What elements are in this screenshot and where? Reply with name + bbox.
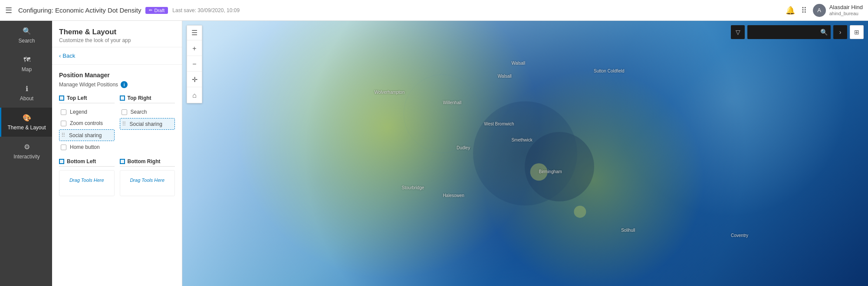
map-menu-button[interactable]: ☰ [187, 26, 202, 40]
sidebar-item-label-about: About [20, 95, 33, 102]
sidebar-item-label-search: Search [18, 38, 35, 44]
home-check[interactable] [61, 145, 66, 150]
back-label: Back [62, 53, 75, 59]
interactivity-icon: ⚙ [24, 143, 30, 151]
map-search-icon[interactable]: 🔍 [817, 25, 831, 39]
about-icon: ℹ [26, 85, 28, 93]
user-info[interactable]: A Alasdair Hind ahind_bureau [813, 4, 863, 17]
widget-social-label: Social sharing [69, 132, 102, 138]
widget-social-right-label: Social sharing [130, 121, 162, 127]
sidebar-item-map[interactable]: 🗺 Map [0, 50, 52, 79]
bottom-left-drop-zone[interactable]: Drag Tools Here [59, 170, 115, 196]
bottom-left-header: Bottom Left [59, 158, 115, 167]
sidebar-item-label-map: Map [22, 66, 32, 72]
map-search-bar: 🔍 [747, 25, 831, 39]
position-grid: Top Left Legend Zoom controls ⠿ Social s… [59, 95, 175, 196]
draft-label: Draft [154, 8, 164, 13]
home-button[interactable]: ⌂ [187, 88, 202, 103]
top-right-column: Top Right Search ⠿ Social sharing [120, 95, 175, 153]
grid-icon[interactable]: ⠿ [801, 6, 807, 15]
bottom-right-header: Bottom Right [120, 158, 175, 167]
last-save: Last save: 30/09/2020, 10:09 [172, 7, 240, 13]
zoom-in-button[interactable]: + [187, 41, 202, 56]
widget-legend[interactable]: Legend [59, 107, 115, 117]
bottom-right-square-icon [120, 159, 125, 164]
search-check[interactable] [122, 109, 127, 115]
user-initial: A [817, 7, 821, 13]
avatar: A [813, 4, 826, 17]
widget-search-label: Search [131, 109, 147, 115]
pencil-icon: ✏ [149, 8, 152, 13]
widget-search[interactable]: Search [120, 107, 175, 117]
top-left-square-icon [59, 95, 64, 101]
back-button[interactable]: ‹ Back [52, 47, 182, 65]
hamburger-icon[interactable]: ☰ [5, 6, 12, 15]
panel: Theme & Layout Customize the look of you… [52, 21, 182, 286]
user-name-block: Alasdair Hind ahind_bureau [829, 4, 863, 16]
panel-title: Theme & Layout [59, 28, 175, 36]
map-canvas: Birmingham Dudley Wolverhampton Walsall … [182, 21, 868, 286]
zoom-out-button[interactable]: − [187, 57, 202, 72]
top-left-column: Top Left Legend Zoom controls ⠿ Social s… [59, 95, 115, 153]
map-top-right-controls: ▽ 🔍 › ⊞ [731, 25, 864, 39]
draft-badge: ✏ Draft [145, 7, 168, 14]
top-left-header: Top Left [59, 95, 115, 103]
pan-button[interactable]: ✛ [187, 72, 202, 87]
position-manager-title: Position Manager [59, 72, 175, 79]
map-toolbar: ☰ + − ✛ ⌂ [187, 25, 202, 103]
widget-social-sharing-right[interactable]: ⠿ Social sharing [120, 118, 175, 130]
info-icon[interactable]: i [121, 81, 128, 88]
widget-social-sharing-left[interactable]: ⠿ Social sharing [59, 129, 115, 141]
drag-handle-right-icon: ⠿ [122, 121, 126, 127]
legend-check[interactable] [61, 109, 66, 115]
theme-icon: 🎨 [23, 114, 31, 122]
back-chevron-icon: ‹ [59, 53, 61, 59]
topbar-right: 🔔 ⠿ A Alasdair Hind ahind_bureau [786, 4, 863, 17]
zoom-check[interactable] [61, 121, 66, 126]
app-title: Configuring: Economic Activity Dot Densi… [18, 7, 141, 14]
bottom-left-square-icon [59, 159, 64, 164]
map-arrow-button[interactable]: › [833, 25, 847, 39]
user-name: Alasdair Hind [829, 4, 863, 11]
widget-home-label: Home button [70, 144, 100, 150]
sidebar-item-theme[interactable]: 🎨 Theme & Layout [0, 108, 52, 137]
manage-widget-label: Manage Widget Positions [59, 82, 118, 88]
map-dots-overlay [182, 21, 868, 286]
sidebar-item-label-theme: Theme & Layout [7, 125, 46, 131]
user-sub: ahind_bureau [829, 11, 863, 16]
bottom-right-label: Bottom Right [128, 158, 161, 164]
topbar: ☰ Configuring: Economic Activity Dot Den… [0, 0, 868, 21]
widget-zoom-controls[interactable]: Zoom controls [59, 118, 115, 128]
top-right-header: Top Right [120, 95, 175, 103]
panel-subtitle: Customize the look of your app [59, 37, 175, 43]
search-icon: 🔍 [23, 27, 31, 35]
bell-icon[interactable]: 🔔 [786, 6, 795, 15]
sidebar-item-interactivity[interactable]: ⚙ Interactivity [0, 137, 52, 166]
sidebar-item-search[interactable]: 🔍 Search [0, 21, 52, 50]
bottom-right-column: Bottom Right Drag Tools Here [120, 158, 175, 196]
map-expand-button[interactable]: ▽ [731, 25, 745, 39]
main-layout: 🔍 Search 🗺 Map ℹ About 🎨 Theme & Layout … [0, 21, 868, 286]
drag-handle-icon: ⠿ [61, 132, 66, 138]
widget-home-button[interactable]: Home button [59, 142, 115, 152]
bottom-right-drop-zone[interactable]: Drag Tools Here [120, 170, 175, 196]
topbar-left: ☰ Configuring: Economic Activity Dot Den… [5, 6, 781, 15]
top-right-label: Top Right [128, 95, 151, 101]
widget-legend-label: Legend [70, 109, 87, 115]
sidebar-item-label-interactivity: Interactivity [13, 154, 40, 160]
map-icon: 🗺 [23, 56, 30, 64]
map-area[interactable]: Birmingham Dudley Wolverhampton Walsall … [182, 21, 868, 286]
top-left-label: Top Left [67, 95, 87, 101]
bottom-right-drag-label: Drag Tools Here [124, 174, 171, 186]
sidebar: 🔍 Search 🗺 Map ℹ About 🎨 Theme & Layout … [0, 21, 52, 286]
bottom-left-label: Bottom Left [67, 158, 96, 164]
sidebar-item-about[interactable]: ℹ About [0, 79, 52, 108]
widget-zoom-label: Zoom controls [70, 120, 103, 126]
bottom-left-column: Bottom Left Drag Tools Here [59, 158, 115, 196]
top-right-square-icon [120, 95, 125, 101]
panel-content: Position Manager Manage Widget Positions… [52, 65, 182, 286]
map-screenshot-button[interactable]: ⊞ [850, 25, 864, 39]
bottom-left-drag-label: Drag Tools Here [63, 174, 111, 186]
panel-header: Theme & Layout Customize the look of you… [52, 21, 182, 47]
manage-widget-row: Manage Widget Positions i [59, 81, 175, 88]
